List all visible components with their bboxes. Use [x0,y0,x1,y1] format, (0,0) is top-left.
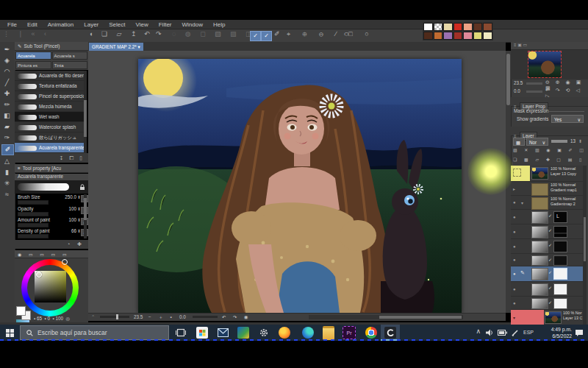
gradient-map-layer-row[interactable]: ● ✓ [511,297,583,310]
amount-of-paint-slider[interactable]: Amount of paint100 ⬍△ [16,217,87,228]
brush-item-selected[interactable]: Acuarela transparente [15,143,85,153]
layer-lock-icons[interactable]: ▨ ✕ ▥ ◉ ▣ ✐ ◫ [513,147,587,152]
tab-caret-icon[interactable]: ▾ [137,44,140,49]
pen-tool-icon[interactable]: ✒ [1,45,12,54]
painting-canvas[interactable] [138,59,462,313]
menu-filter[interactable]: Filter [159,21,172,28]
color-circle-button[interactable]: ◎ [66,316,71,321]
gradient-map-layer-row[interactable]: ● ✓ [511,254,583,266]
marker-tool-icon[interactable]: ▰ [1,122,12,132]
oil-tool-icon[interactable]: ▮ [1,168,12,177]
menu-file[interactable]: File [7,21,17,28]
color-swatch[interactable] [473,32,483,40]
canvas-vertical-scrollbar[interactable] [506,51,511,313]
show-gradients-dropdown[interactable]: Yes∨ [551,115,584,123]
color-swatch-transparent[interactable] [434,23,443,31]
eye-icon[interactable]: ▾ [513,315,515,320]
opacity-slider[interactable]: Opacity100 ⬍ [16,206,87,217]
airbrush-tool-icon[interactable]: △ [1,157,12,166]
curve-tool-icon[interactable]: ◠ [1,67,12,77]
layer-row-warning[interactable]: ▾ 100 % NorLayer 13 C [511,310,583,325]
gradient-map-layer-row[interactable]: ● ✓ L [511,210,583,224]
menu-animation[interactable]: Animation [48,21,74,28]
gradient-thumbnail[interactable] [531,298,548,309]
brush-item[interactable]: Watercolor splash [15,122,85,132]
canvas-rotation-slider[interactable] [193,316,218,318]
color-swatch[interactable] [423,32,433,40]
clip-studio-button-active[interactable] [381,325,400,341]
photos-button[interactable] [234,325,253,341]
chrome-button[interactable] [362,325,381,341]
menu-layer[interactable]: Layer [84,21,98,28]
brush-item[interactable]: 散らばりガッシュ [15,132,85,143]
wand-tool-icon[interactable]: ✚ [1,89,12,99]
mask-thumbnail[interactable] [553,226,567,238]
layer-row-folder[interactable]: ▸ 100 % NormalGradient map1 [511,182,583,196]
subtool-footer-icons[interactable]: ↧ ⧠ ▯ [15,153,88,163]
layer-row-picked[interactable]: 100 % NormalLayer 13 Copy [511,166,583,182]
stylus-icon[interactable]: ✐ [274,30,284,38]
gradient-thumbnail[interactable] [531,255,548,266]
settings-button[interactable] [254,325,273,341]
tray-expand-icon[interactable]: ∧ [476,328,481,335]
snap-check-button-1[interactable]: ✓ [250,31,261,41]
microsoft-store-button[interactable] [193,325,212,341]
fill-tool-icon[interactable]: ◧ [1,111,12,121]
collapse-icon[interactable]: ⌃ [91,314,95,319]
blend-mode-dropdown[interactable]: Nor∨ [526,138,548,146]
hue-marker[interactable] [62,259,68,265]
layer-list-scrollbar[interactable] [583,166,587,325]
undo-icon[interactable]: ↶ [144,30,154,38]
canvas-zoom-buttons[interactable]: − ＋ ▪ [148,314,175,321]
file-new-open-export-icons[interactable]: ❏ ▱ ↥ [101,30,140,38]
speaker-icon[interactable] [486,329,494,336]
layer-thumbnail[interactable] [545,311,562,324]
color-swatch[interactable] [463,23,473,31]
color-swatch[interactable] [463,32,473,40]
density-of-paint-slider[interactable]: Density of paint66 ⬍✓ [16,228,87,239]
layer-opacity-slider[interactable] [551,140,567,143]
layer-thumbnail[interactable] [531,167,548,180]
premiere-button[interactable]: Pr [340,325,359,341]
sv-marker[interactable] [36,272,42,277]
color-swatch[interactable] [443,23,453,31]
stepper-icon[interactable]: ⬍ [578,138,582,144]
subtool-scrollbar[interactable] [84,71,87,153]
menu-help[interactable]: Help [213,21,225,28]
color-swatch[interactable] [443,32,453,40]
gradient-thumbnail[interactable] [531,241,548,253]
canvas-horizontal-scrollbar[interactable] [309,315,463,319]
subtool-panel-header[interactable]: ✎ Sub Tool (Pincel) [15,42,88,51]
menu-view[interactable]: View [136,21,148,28]
expand-caret-icon[interactable]: ▸ [513,186,515,191]
gradient-map-layer-row[interactable]: ● ✓ [511,224,583,239]
layer-combine-dropdown[interactable]: ▩ [513,138,525,146]
keyboard-language[interactable]: ESP [523,330,534,335]
navigator-thumbnail[interactable] [528,51,562,78]
mask-thumbnail[interactable] [553,255,567,266]
tool-property-footer-icons[interactable]: ◔ ✚ [15,240,88,249]
mail-button[interactable] [213,325,232,341]
canvas-tab[interactable]: GRADIENT MAP 2.2* ▾ [89,43,143,51]
expand-caret-icon[interactable]: ▾ [521,200,523,205]
snap-check-button-2[interactable]: ✓ [261,31,272,41]
eye-icon[interactable]: ● [513,215,516,219]
mask-thumbnail[interactable] [553,298,567,309]
color-swatch[interactable] [423,23,433,31]
brush-item[interactable]: Textura enfatizada [15,81,85,91]
eye-icon[interactable]: ● [513,200,516,205]
mask-thumbnail[interactable]: L [553,211,567,223]
view-tool-icons[interactable]: ⌖ ⊕ ⊖ ∕ □ ○ [287,30,374,38]
decoration-tool-icon[interactable]: ✳ [1,179,12,188]
gradient-map-layer-row-selected[interactable]: ● ✎ ✓ [511,266,583,282]
subtool-tab-pintura[interactable]: Pintura es [15,61,51,69]
redo-icon[interactable]: ↷ [156,30,165,38]
watercolor-tool-icon[interactable]: ✐ [1,144,14,155]
mask-thumbnail[interactable] [553,241,567,252]
gradient-thumbnail[interactable] [531,211,548,224]
mask-thumbnail-selected[interactable] [553,268,567,280]
taskbar-search-input[interactable]: Escribe aquí para buscar [20,325,169,340]
eyedropper-tool-icon[interactable]: ╱ [1,78,12,88]
mask-thumbnail[interactable] [553,283,567,295]
navigator-rotation-slider[interactable] [526,91,542,93]
